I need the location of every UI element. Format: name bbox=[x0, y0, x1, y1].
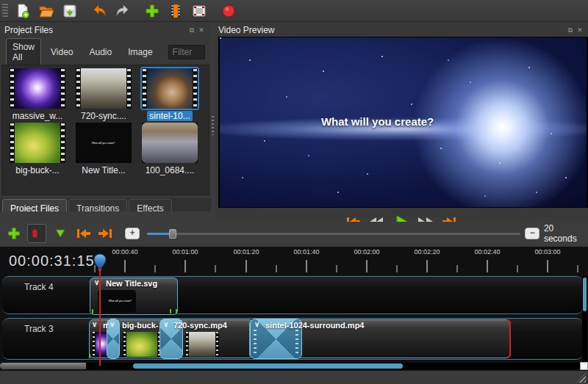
redo-button[interactable] bbox=[113, 1, 132, 21]
file-item[interactable]: What will you create? New Title... bbox=[73, 123, 135, 176]
track-4-label: Track 4 bbox=[24, 282, 54, 292]
add-track-button[interactable] bbox=[4, 224, 23, 243]
horizontal-scrollbar-thumb[interactable] bbox=[133, 363, 403, 369]
chevron-down-icon[interactable]: ∨ bbox=[92, 320, 97, 328]
project-files-panel: Project Files ⧉ ✕ Show All Video Audio I… bbox=[0, 22, 211, 217]
track-3-label: Track 3 bbox=[24, 324, 54, 334]
open-project-button[interactable] bbox=[37, 1, 56, 21]
export-video-button[interactable] bbox=[219, 1, 238, 21]
file-label: New Title... bbox=[79, 165, 127, 175]
file-item[interactable]: big-buck-... bbox=[7, 123, 68, 176]
previous-marker-button[interactable] bbox=[74, 224, 92, 243]
timeline-zoom-slider[interactable] bbox=[147, 228, 521, 239]
filter-video-button[interactable]: Video bbox=[44, 43, 79, 61]
fullscreen-icon bbox=[191, 3, 207, 19]
file-item[interactable]: massive_w... bbox=[7, 68, 68, 122]
ruler-label: 00:02:40 bbox=[467, 248, 508, 256]
vertical-scrollbar-thumb[interactable] bbox=[583, 278, 587, 311]
project-files-grid: massive_w... 720-sync.... sintel-10... b… bbox=[1, 65, 209, 195]
chevron-down-icon[interactable]: ∨ bbox=[254, 320, 259, 328]
video-preview-display[interactable]: What will you create? bbox=[218, 37, 588, 208]
marker-arrow-icon bbox=[54, 228, 66, 239]
clip-label: 720-sync.mp4 bbox=[173, 321, 227, 330]
video-preview-title: Video Preview bbox=[218, 25, 275, 35]
video-overlay-text: What will you create? bbox=[220, 115, 535, 128]
filter-audio-button[interactable]: Audio bbox=[83, 43, 119, 61]
clip-label: sintel-1024-surround.mp4 bbox=[265, 321, 364, 330]
ruler-label: 00:03:00 bbox=[527, 248, 568, 256]
window-resize-grip[interactable] bbox=[576, 373, 586, 383]
clip-label: big-buck- bbox=[122, 321, 159, 330]
zoom-level-label: 20 seconds bbox=[544, 223, 588, 244]
clip-label: m bbox=[103, 321, 109, 330]
file-label: 720-sync.... bbox=[79, 111, 129, 121]
ruler-label: 00:02:20 bbox=[406, 248, 448, 256]
clip-label: New Title.svg bbox=[106, 279, 157, 288]
fullscreen-button[interactable] bbox=[190, 1, 209, 21]
track-header-scroll-bar[interactable] bbox=[0, 363, 86, 369]
close-panel-icon[interactable]: ✕ bbox=[576, 26, 584, 34]
ruler-label: 00:01:20 bbox=[226, 248, 267, 256]
file-item-selected[interactable]: sintel-10... bbox=[139, 68, 201, 122]
stars-decoration bbox=[220, 37, 221, 39]
main-toolbar bbox=[0, 0, 588, 22]
choose-profile-button[interactable] bbox=[166, 1, 185, 21]
new-project-icon bbox=[15, 3, 31, 19]
chevron-down-icon[interactable]: ∨ bbox=[163, 320, 168, 328]
import-files-button[interactable] bbox=[143, 1, 162, 21]
snapping-toggle-button[interactable] bbox=[27, 224, 46, 243]
file-label: sintel-10... bbox=[147, 111, 192, 121]
undo-icon bbox=[91, 3, 107, 19]
open-folder-icon bbox=[38, 3, 54, 19]
ruler-label: 00:02:00 bbox=[346, 248, 387, 256]
ruler-label: 00:01:40 bbox=[286, 248, 327, 256]
filter-show-all-button[interactable]: Show All bbox=[6, 38, 41, 66]
close-panel-icon[interactable]: ✕ bbox=[198, 26, 205, 34]
clip-trim-edge[interactable] bbox=[506, 319, 511, 358]
chevron-down-icon[interactable]: ∨ bbox=[110, 320, 115, 328]
title-thumb-text: What will you create? bbox=[92, 142, 115, 144]
record-icon bbox=[220, 3, 237, 19]
float-panel-icon[interactable]: ⧉ bbox=[188, 26, 196, 34]
scrollbar-corner bbox=[580, 362, 588, 370]
file-label: 100_0684.... bbox=[143, 165, 197, 175]
undo-button[interactable] bbox=[90, 1, 109, 21]
zoom-out-button[interactable]: − bbox=[525, 228, 539, 239]
save-project-button[interactable] bbox=[60, 1, 79, 21]
filter-image-button[interactable]: Image bbox=[121, 43, 159, 61]
new-project-button[interactable] bbox=[13, 1, 32, 21]
file-item[interactable]: 100_0684.... bbox=[139, 123, 201, 176]
timeline: 00:00:31:15 00:00:40 00:01:00 00:01:20 0… bbox=[0, 247, 588, 371]
toolbar-drag-handle[interactable] bbox=[2, 4, 8, 18]
float-panel-icon[interactable]: ⧉ bbox=[567, 26, 574, 34]
clip-thumb-text: What will you create? bbox=[109, 300, 132, 302]
plus-icon bbox=[144, 3, 160, 19]
filter-input[interactable] bbox=[168, 45, 205, 59]
magnet-icon bbox=[30, 227, 43, 240]
playhead-marker[interactable] bbox=[93, 253, 107, 274]
add-marker-button[interactable] bbox=[51, 224, 69, 243]
zoom-in-button[interactable]: + bbox=[125, 228, 140, 239]
file-label: big-buck-... bbox=[13, 165, 61, 175]
ruler-label: 00:00:40 bbox=[104, 248, 146, 256]
next-marker-icon bbox=[98, 228, 114, 239]
film-strip-icon bbox=[168, 3, 184, 19]
file-item[interactable]: 720-sync.... bbox=[73, 68, 135, 122]
track-3[interactable]: Track 3 ∨ m ∨ big-buck- ∨ 720-sync.mp4 ∨… bbox=[2, 318, 583, 360]
project-files-title: Project Files bbox=[4, 25, 53, 35]
save-icon bbox=[62, 3, 78, 19]
file-label: massive_w... bbox=[10, 111, 65, 121]
plus-icon bbox=[7, 226, 21, 241]
status-strip bbox=[0, 371, 588, 384]
vertical-scrollbar[interactable] bbox=[582, 276, 587, 361]
ruler-label: 00:01:00 bbox=[165, 248, 206, 256]
previous-marker-icon bbox=[75, 228, 91, 239]
playhead-timecode: 00:00:31:15 bbox=[9, 253, 95, 269]
zoom-slider-handle[interactable] bbox=[169, 229, 176, 239]
timeline-toolbar: + − 20 seconds bbox=[0, 222, 588, 245]
track-4[interactable]: Track 4 What will you create? ∨ New Titl… bbox=[2, 276, 583, 314]
next-marker-button[interactable] bbox=[97, 224, 115, 243]
horizontal-scrollbar[interactable] bbox=[86, 363, 580, 369]
video-frame: What will you create? bbox=[220, 37, 587, 207]
video-preview-panel: Video Preview ⧉ ✕ What will you create? bbox=[215, 22, 588, 217]
